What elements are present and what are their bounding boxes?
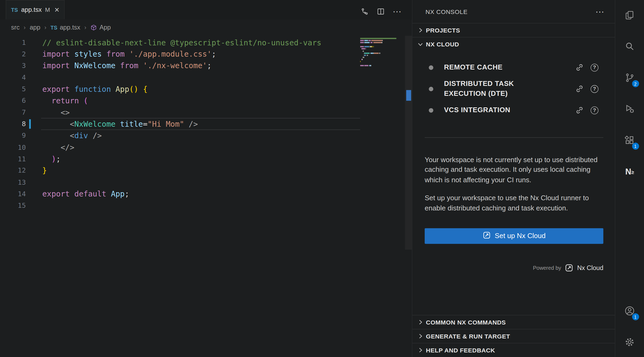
breadcrumb-file-label: app.tsx bbox=[60, 24, 80, 31]
line-number: 8 bbox=[0, 120, 26, 128]
nx-console-panel: NX CONSOLE ⋯ PROJECTS NX CLOUD REMOTE CA… bbox=[412, 0, 615, 357]
line-number: 3 bbox=[0, 62, 26, 70]
cloud-item-dte[interactable]: DISTRIBUTED TASK EXECUTION (DTE) ? bbox=[412, 78, 615, 100]
line-number: 14 bbox=[0, 190, 26, 198]
line-number: 15 bbox=[0, 202, 26, 209]
code-line[interactable]: 9 <div /> bbox=[0, 130, 412, 141]
tab-bar: TS app.tsx M × ⋯ bbox=[0, 0, 412, 19]
settings-gear-icon[interactable] bbox=[620, 332, 639, 352]
tab-app-tsx[interactable]: TS app.tsx M × bbox=[6, 0, 65, 19]
panel-header: NX CONSOLE ⋯ bbox=[412, 0, 615, 23]
vscode-window: TS app.tsx M × ⋯ bbox=[0, 0, 644, 357]
section-common-nx-commands[interactable]: COMMON NX COMMANDS bbox=[412, 315, 615, 329]
nx-console-icon[interactable]: N ≥ bbox=[620, 162, 639, 181]
extensions-badge: 1 bbox=[632, 143, 639, 150]
line-number: 5 bbox=[0, 85, 26, 93]
breadcrumb-item-file[interactable]: TS app.tsx bbox=[50, 24, 80, 31]
account-badge: 1 bbox=[632, 313, 639, 320]
cloud-item-label: REMOTE CACHE bbox=[444, 63, 503, 72]
nx-cloud-section-body: REMOTE CACHE ? DISTRIBUTED TASK EXECUTIO… bbox=[412, 51, 615, 315]
section-generate-run-target[interactable]: GENERATE & RUN TARGET bbox=[412, 329, 615, 343]
run-debug-icon[interactable] bbox=[620, 99, 639, 119]
account-icon[interactable]: 1 bbox=[620, 301, 639, 321]
symbol-cube-icon bbox=[90, 24, 97, 31]
connect-icon[interactable] bbox=[575, 106, 584, 114]
setup-nx-cloud-button[interactable]: Set up Nx Cloud bbox=[425, 228, 603, 244]
section-nx-cloud[interactable]: NX CLOUD bbox=[412, 37, 615, 51]
panel-title: NX CONSOLE bbox=[425, 8, 468, 15]
breadcrumb-item-app[interactable]: app bbox=[30, 24, 40, 31]
modified-gutter-indicator bbox=[29, 119, 31, 129]
minimap[interactable] bbox=[360, 38, 403, 69]
line-number: 11 bbox=[0, 155, 26, 163]
editor-actions: ⋯ bbox=[361, 0, 412, 19]
connect-icon[interactable] bbox=[575, 63, 584, 72]
chevron-right-icon bbox=[417, 27, 424, 34]
code-line[interactable]: 1// eslint-disable-next-line @typescript… bbox=[0, 37, 412, 48]
code-line[interactable]: 14export default App; bbox=[0, 188, 412, 200]
chevron-separator-icon: › bbox=[84, 24, 86, 31]
nx-cloud-logo-icon bbox=[482, 231, 491, 241]
chevron-right-icon bbox=[417, 333, 424, 340]
line-number: 1 bbox=[0, 38, 26, 46]
chevron-right-icon bbox=[417, 319, 424, 326]
cloud-item-vcs-integration[interactable]: VCS INTEGRATION ? bbox=[412, 100, 615, 121]
code-line[interactable]: 11 ); bbox=[0, 153, 412, 165]
code-line[interactable]: 6 return ( bbox=[0, 95, 412, 106]
code-line[interactable]: 12} bbox=[0, 165, 412, 176]
typescript-file-icon: TS bbox=[50, 24, 57, 31]
activity-bar: 2 1 N ≥ bbox=[615, 0, 643, 357]
line-number: 12 bbox=[0, 167, 26, 174]
code-line[interactable]: 7 <> bbox=[0, 107, 412, 118]
powered-by-label: Powered by bbox=[533, 265, 561, 271]
panel-more-actions-icon[interactable]: ⋯ bbox=[595, 7, 604, 16]
more-actions-icon[interactable]: ⋯ bbox=[393, 7, 401, 16]
section-label: HELP AND FEEDBACK bbox=[426, 347, 495, 354]
cloud-item-remote-cache[interactable]: REMOTE CACHE ? bbox=[412, 57, 615, 78]
editor-scrollbar[interactable] bbox=[405, 36, 412, 250]
explorer-files-icon[interactable] bbox=[620, 5, 639, 25]
code-line[interactable]: 4 bbox=[0, 72, 412, 83]
typescript-file-icon: TS bbox=[11, 7, 18, 13]
line-number: 6 bbox=[0, 97, 26, 105]
breadcrumb-item-src[interactable]: src bbox=[11, 24, 20, 31]
extensions-icon[interactable]: 1 bbox=[620, 130, 639, 150]
nx-logo-mark: ≥ bbox=[631, 169, 634, 175]
line-number: 10 bbox=[0, 143, 26, 151]
nx-cloud-logo-label: Nx Cloud bbox=[577, 264, 604, 272]
help-icon[interactable]: ? bbox=[591, 106, 598, 114]
help-icon[interactable]: ? bbox=[591, 64, 598, 71]
section-label: PROJECTS bbox=[426, 27, 460, 34]
setup-button-label: Set up Nx Cloud bbox=[495, 232, 546, 240]
code-lines[interactable]: 1// eslint-disable-next-line @typescript… bbox=[0, 36, 412, 211]
search-icon[interactable] bbox=[620, 37, 639, 56]
status-dot-icon bbox=[429, 108, 433, 112]
help-icon[interactable]: ? bbox=[591, 85, 598, 93]
connect-icon[interactable] bbox=[575, 85, 584, 93]
code-line[interactable]: 5export function App() { bbox=[0, 83, 412, 95]
code-line[interactable]: 10 </> bbox=[0, 141, 412, 153]
nx-logo-letter: N bbox=[625, 167, 631, 176]
nx-cloud-logo-icon bbox=[565, 264, 573, 272]
code-line[interactable]: 13 bbox=[0, 176, 412, 188]
section-label: NX CLOUD bbox=[426, 41, 459, 48]
code-line[interactable]: 2import styles from './app.module.css'; bbox=[0, 48, 412, 60]
breadcrumb-item-symbol-app[interactable]: App bbox=[90, 24, 111, 31]
chevron-down-icon bbox=[417, 41, 424, 48]
open-changes-icon[interactable] bbox=[361, 7, 369, 16]
modified-badge: M bbox=[45, 7, 50, 13]
code-line[interactable]: 15 bbox=[0, 200, 412, 211]
cloud-item-label: DISTRIBUTED TASK EXECUTION (DTE) bbox=[444, 79, 534, 99]
split-editor-icon[interactable] bbox=[377, 7, 385, 16]
section-projects[interactable]: PROJECTS bbox=[412, 23, 615, 37]
breadcrumb-symbol-label: App bbox=[99, 24, 111, 31]
section-label: COMMON NX COMMANDS bbox=[426, 319, 506, 326]
collapsed-sections: COMMON NX COMMANDS GENERATE & RUN TARGET… bbox=[412, 315, 615, 357]
workspace-status-text: Your workspace is not currently set up t… bbox=[425, 155, 603, 185]
code-line[interactable]: 3import NxWelcome from './nx-welcome'; bbox=[0, 60, 412, 71]
close-tab-icon[interactable]: × bbox=[54, 6, 59, 14]
code-editor[interactable]: 1// eslint-disable-next-line @typescript… bbox=[0, 36, 412, 357]
source-control-icon[interactable]: 2 bbox=[620, 68, 639, 88]
code-line[interactable]: 8 <NxWelcome title="Hi Mom" /> bbox=[0, 118, 412, 130]
section-help-and-feedback[interactable]: HELP AND FEEDBACK bbox=[412, 343, 615, 357]
